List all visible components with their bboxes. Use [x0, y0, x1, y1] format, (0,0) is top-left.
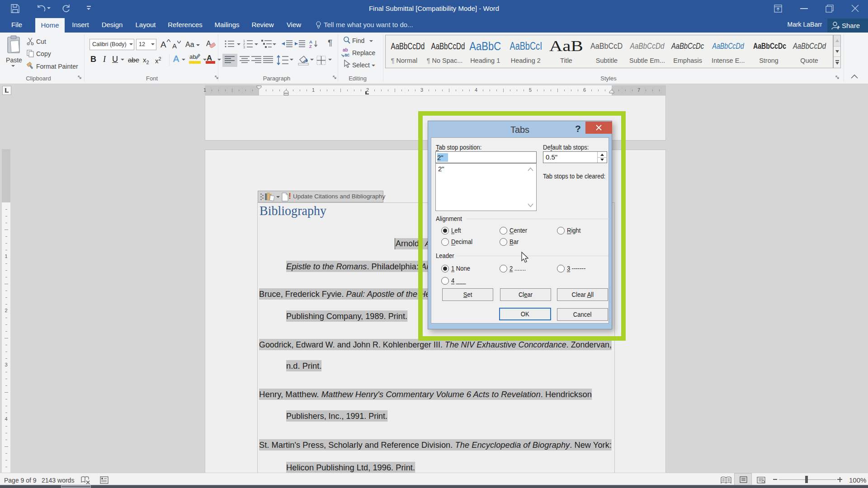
svg-text:3: 3 — [243, 46, 245, 48]
svg-text:ac: ac — [344, 52, 350, 57]
svg-text:Z: Z — [309, 44, 312, 48]
svg-text:1: 1 — [243, 39, 245, 42]
svg-text:A: A — [309, 39, 312, 44]
svg-text:ab: ab — [343, 47, 348, 52]
svg-text:2: 2 — [243, 42, 245, 46]
